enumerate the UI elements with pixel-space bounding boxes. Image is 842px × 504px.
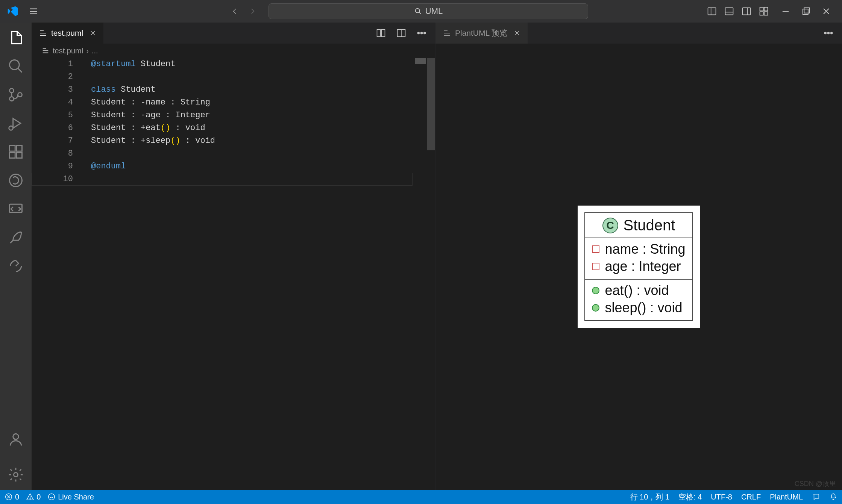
uml-method-row: sleep() : void [592, 299, 685, 316]
code-line[interactable]: Student : +eat() : void [91, 122, 435, 135]
code-content[interactable]: @startuml Studentclass StudentStudent : … [91, 58, 435, 490]
feedback-icon[interactable] [812, 493, 820, 501]
share-icon[interactable] [8, 258, 24, 274]
svg-rect-5 [743, 8, 751, 15]
code-line[interactable]: class Student [91, 83, 435, 96]
status-live-share[interactable]: Live Share [47, 493, 94, 501]
title-bar: UML [0, 0, 842, 23]
breadcrumb-rest: ... [92, 47, 98, 55]
editor-group-left: test.puml test.puml › ... 12345678910 @s… [32, 23, 435, 490]
plantuml-preview[interactable]: C Student name : Stringage : Integer eat… [435, 44, 842, 490]
command-center[interactable]: UML [269, 3, 588, 19]
customize-layout-icon[interactable] [759, 6, 769, 17]
breadcrumb[interactable]: test.puml › ... [32, 44, 435, 58]
uml-diagram: C Student name : Stringage : Integer eat… [578, 206, 699, 328]
code-line[interactable]: Student : -age : Integer [91, 109, 435, 122]
close-tab-icon[interactable] [513, 29, 521, 37]
chatgpt-icon[interactable] [8, 172, 24, 189]
minimize-icon[interactable] [780, 6, 791, 17]
uml-method-row: eat() : void [592, 282, 685, 299]
status-eol[interactable]: CRLF [741, 493, 761, 501]
status-warnings[interactable]: 0 [26, 493, 41, 501]
svg-rect-10 [764, 12, 768, 15]
more-actions-icon[interactable] [416, 28, 427, 38]
svg-point-15 [10, 89, 14, 93]
settings-gear-icon[interactable] [8, 466, 24, 483]
vscode-logo-icon [7, 5, 19, 17]
extensions-icon[interactable] [8, 144, 24, 160]
svg-rect-8 [764, 8, 768, 11]
code-line[interactable]: @enduml [91, 160, 435, 173]
toggle-right-panel-icon[interactable] [741, 6, 752, 17]
line-number-gutter: 12345678910 [32, 58, 91, 490]
private-vis-icon [592, 245, 599, 253]
toggle-left-panel-icon[interactable] [707, 6, 717, 17]
svg-point-18 [9, 126, 13, 130]
search-icon[interactable] [8, 58, 24, 74]
explorer-icon[interactable] [8, 29, 24, 46]
status-language[interactable]: PlantUML [770, 493, 803, 501]
close-tab-icon[interactable] [89, 29, 97, 37]
maximize-icon[interactable] [801, 6, 811, 17]
scrollbar-track[interactable] [427, 58, 435, 490]
status-encoding[interactable]: UTF-8 [711, 493, 732, 501]
feather-icon[interactable] [8, 229, 24, 246]
accounts-icon[interactable] [8, 431, 24, 448]
nav-forward-icon[interactable] [247, 6, 257, 16]
close-icon[interactable] [821, 6, 831, 17]
command-center-text: UML [425, 6, 443, 16]
svg-rect-28 [381, 30, 385, 37]
status-cursor[interactable]: 行 10，列 1 [630, 492, 669, 502]
file-icon [442, 29, 451, 38]
status-errors[interactable]: 0 [5, 493, 19, 501]
compare-icon[interactable] [376, 28, 386, 38]
svg-rect-20 [10, 153, 15, 158]
scrollbar-thumb[interactable] [427, 58, 435, 150]
tab-bar-left: test.puml [32, 23, 435, 44]
nav-back-icon[interactable] [230, 6, 240, 16]
svg-rect-27 [377, 30, 381, 37]
svg-point-32 [421, 32, 423, 34]
remote-explorer-icon[interactable] [8, 201, 24, 217]
svg-rect-1 [708, 8, 716, 15]
code-line[interactable]: Student : -name : String [91, 96, 435, 109]
tab-label: PlantUML 预览 [455, 28, 507, 38]
svg-point-33 [424, 32, 426, 34]
svg-point-14 [10, 60, 20, 70]
tab-test-puml[interactable]: test.puml [32, 23, 104, 44]
line-number: 8 [32, 147, 73, 160]
more-actions-icon[interactable] [823, 28, 834, 38]
code-line[interactable] [91, 173, 435, 186]
code-line[interactable] [91, 147, 435, 160]
svg-point-26 [14, 473, 18, 477]
code-line[interactable] [91, 71, 435, 83]
status-indent[interactable]: 空格: 4 [678, 492, 702, 502]
run-debug-icon[interactable] [8, 115, 24, 132]
code-line[interactable]: @startuml Student [91, 58, 435, 71]
split-editor-icon[interactable] [396, 28, 407, 38]
svg-rect-13 [804, 8, 809, 13]
tab-bar-right: PlantUML 预览 [435, 23, 842, 44]
uml-attributes: name : Stringage : Integer [585, 238, 692, 280]
svg-point-16 [10, 97, 14, 101]
uml-class-header: C Student [585, 213, 692, 238]
toggle-bottom-panel-icon[interactable] [724, 6, 734, 17]
line-number: 2 [32, 71, 73, 83]
menu-icon[interactable] [29, 6, 38, 16]
line-number: 6 [32, 122, 73, 135]
minimap[interactable] [415, 58, 426, 64]
svg-point-34 [825, 32, 827, 34]
source-control-icon[interactable] [8, 86, 24, 103]
tab-plantuml-preview[interactable]: PlantUML 预览 [435, 23, 528, 44]
svg-point-0 [415, 9, 419, 13]
code-line[interactable]: Student : +sleep() : void [91, 135, 435, 147]
notifications-bell-icon[interactable] [829, 493, 837, 501]
layout-controls [707, 6, 769, 17]
svg-rect-19 [10, 146, 15, 151]
svg-rect-9 [760, 12, 763, 15]
svg-rect-21 [17, 153, 22, 158]
line-number: 3 [32, 83, 73, 96]
file-icon [41, 47, 50, 55]
uml-class-name: Student [624, 217, 675, 234]
code-editor[interactable]: 12345678910 @startuml Studentclass Stude… [32, 58, 435, 490]
